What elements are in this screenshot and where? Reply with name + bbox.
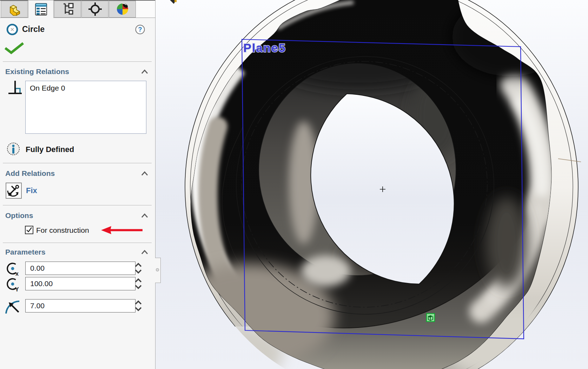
svg-text:x: x bbox=[15, 271, 19, 277]
svg-text:Plane5: Plane5 bbox=[243, 41, 286, 54]
svg-text:Y: Y bbox=[15, 286, 19, 292]
svg-text:?: ? bbox=[138, 26, 142, 33]
